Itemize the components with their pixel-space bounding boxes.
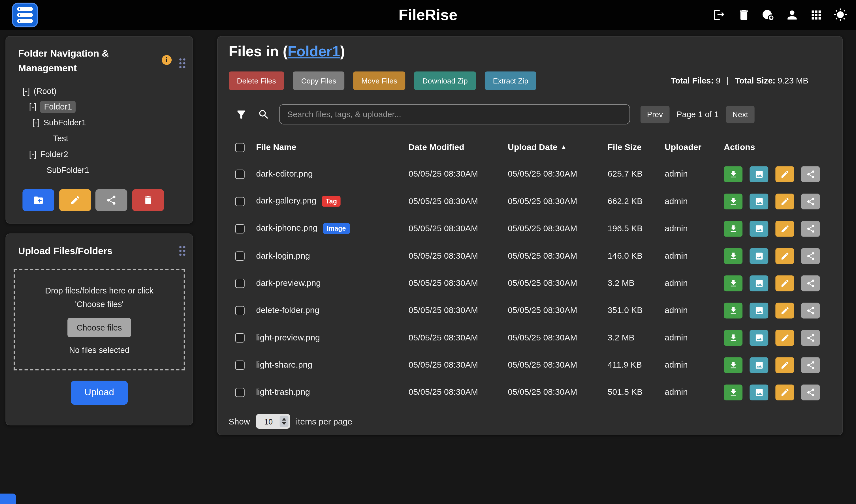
tree-toggle[interactable]: [-] (29, 102, 36, 111)
stepper-arrows[interactable] (279, 416, 288, 427)
download-zip-button[interactable]: Download Zip (414, 71, 476, 90)
apps-grid-icon[interactable] (809, 8, 823, 22)
column-header-file-size[interactable]: File Size (608, 142, 665, 152)
download-button[interactable] (724, 384, 743, 400)
tree-label[interactable]: SubFolder1 (47, 165, 89, 175)
column-header-upload-date[interactable]: Upload Date▲ (508, 142, 607, 152)
rename-folder-button[interactable] (59, 189, 91, 211)
next-page-button[interactable]: Next (726, 106, 755, 123)
share-button[interactable] (801, 384, 820, 400)
rename-button[interactable] (775, 330, 794, 345)
download-button[interactable] (724, 221, 743, 237)
file-name[interactable]: light-trash.png (256, 387, 310, 396)
file-name[interactable]: dark-iphone.png (256, 223, 317, 232)
rename-button[interactable] (775, 275, 794, 291)
choose-files-button[interactable]: Choose files (67, 318, 132, 337)
current-folder-link[interactable]: Folder1 (288, 43, 340, 59)
download-button[interactable] (724, 303, 743, 318)
tree-item-folder1[interactable]: [-]Folder1 (6, 99, 192, 114)
download-button[interactable] (724, 166, 743, 182)
preview-button[interactable] (750, 330, 768, 345)
row-checkbox[interactable] (235, 197, 245, 206)
share-button[interactable] (801, 303, 820, 318)
file-name[interactable]: dark-editor.png (256, 169, 313, 178)
download-button[interactable] (724, 193, 743, 209)
prev-page-button[interactable]: Prev (641, 106, 669, 123)
drag-handle-icon[interactable] (179, 58, 185, 68)
share-button[interactable] (801, 193, 820, 209)
items-per-page-input[interactable]: 10 (256, 414, 290, 429)
share-button[interactable] (801, 166, 820, 182)
tree-item-test[interactable]: Test (6, 130, 192, 146)
create-folder-button[interactable] (22, 189, 54, 211)
row-checkbox[interactable] (235, 169, 245, 179)
drag-handle-icon[interactable] (179, 246, 185, 256)
preview-button[interactable] (750, 357, 768, 373)
file-name[interactable]: dark-preview.png (256, 278, 321, 288)
tree-label[interactable]: Folder1 (40, 101, 76, 113)
share-button[interactable] (801, 275, 820, 291)
preview-button[interactable] (750, 303, 768, 318)
share-button[interactable] (801, 248, 820, 264)
file-name[interactable]: delete-folder.png (256, 305, 319, 315)
column-header-date-modified[interactable]: Date Modified (408, 142, 508, 152)
file-name[interactable]: light-preview.png (256, 333, 320, 342)
share-folder-button[interactable] (95, 189, 127, 211)
filter-icon[interactable] (235, 108, 247, 120)
file-name[interactable]: dark-login.png (256, 251, 310, 260)
rename-button[interactable] (775, 357, 794, 373)
download-button[interactable] (724, 275, 743, 291)
tree-item-subfolder1[interactable]: SubFolder1 (6, 162, 192, 178)
row-checkbox[interactable] (235, 360, 245, 370)
upload-button[interactable]: Upload (71, 381, 128, 405)
globe-add-icon[interactable] (761, 8, 775, 22)
info-icon[interactable] (162, 55, 172, 65)
row-checkbox[interactable] (235, 278, 245, 288)
tree-item-folder2[interactable]: [-]Folder2 (6, 146, 192, 162)
rename-button[interactable] (775, 384, 794, 400)
preview-button[interactable] (750, 248, 768, 264)
row-checkbox[interactable] (235, 224, 245, 233)
row-checkbox[interactable] (235, 251, 245, 260)
download-button[interactable] (724, 248, 743, 264)
logout-icon[interactable] (713, 8, 727, 22)
preview-button[interactable] (750, 193, 768, 209)
delete-files-button[interactable]: Delete Files (229, 71, 284, 90)
search-icon[interactable] (258, 108, 270, 120)
row-checkbox[interactable] (235, 333, 245, 342)
download-button[interactable] (724, 330, 743, 345)
preview-button[interactable] (750, 275, 768, 291)
share-button[interactable] (801, 357, 820, 373)
preview-button[interactable] (750, 221, 768, 237)
rename-button[interactable] (775, 248, 794, 264)
tree-label[interactable]: SubFolder1 (43, 118, 86, 127)
theme-toggle-sun-icon[interactable] (834, 8, 847, 22)
share-button[interactable] (801, 221, 820, 237)
column-header-file-name[interactable]: File Name (256, 142, 408, 152)
rename-button[interactable] (775, 221, 794, 237)
row-checkbox[interactable] (235, 306, 245, 315)
column-header-uploader[interactable]: Uploader (665, 142, 724, 152)
rename-button[interactable] (775, 303, 794, 318)
tree-toggle[interactable]: [-] (29, 150, 36, 159)
user-profile-icon[interactable] (785, 8, 799, 22)
download-button[interactable] (724, 357, 743, 373)
tree-item-subfolder1[interactable]: [-]SubFolder1 (6, 114, 192, 130)
filerise-logo-icon[interactable] (12, 3, 38, 28)
trash-icon[interactable] (737, 8, 751, 22)
preview-button[interactable] (750, 166, 768, 182)
rename-button[interactable] (775, 193, 794, 209)
preview-button[interactable] (750, 384, 768, 400)
file-name[interactable]: dark-gallery.png (256, 196, 316, 205)
tree-item-root[interactable]: [-](Root) (6, 83, 192, 99)
rename-button[interactable] (775, 166, 794, 182)
move-files-button[interactable]: Move Files (353, 71, 405, 90)
share-button[interactable] (801, 330, 820, 345)
row-checkbox[interactable] (235, 388, 245, 397)
extract-zip-button[interactable]: Extract Zip (485, 71, 537, 90)
copy-files-button[interactable]: Copy Files (293, 71, 345, 90)
tree-toggle[interactable]: [-] (22, 86, 30, 96)
select-all-checkbox[interactable] (235, 143, 245, 152)
tree-label[interactable]: (Root) (34, 86, 57, 96)
delete-folder-button[interactable] (132, 189, 164, 211)
